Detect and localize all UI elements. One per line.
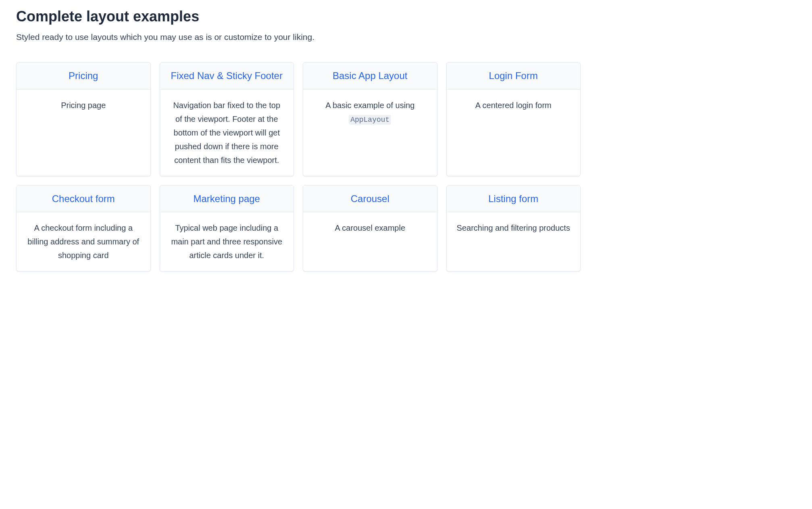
card-grid: Pricing Pricing page Fixed Nav & Sticky … [16, 62, 581, 271]
code-inline-applayout: AppLayout [349, 115, 391, 125]
card-body: Typical web page including a main part a… [160, 212, 294, 271]
card-body: Searching and filtering products [447, 212, 581, 244]
card-carousel: Carousel A carousel example [303, 185, 437, 272]
card-description: A basic example of using [325, 101, 414, 110]
card-header: Checkout form [17, 186, 150, 213]
card-description: Typical web page including a main part a… [171, 223, 282, 260]
card-header: Login Form [447, 63, 581, 90]
card-title-link-fixed-nav[interactable]: Fixed Nav & Sticky Footer [171, 69, 283, 83]
card-body: Navigation bar fixed to the top of the v… [160, 90, 294, 176]
card-title-link-basic-app-layout[interactable]: Basic App Layout [333, 69, 407, 83]
card-description: Searching and filtering products [457, 223, 570, 232]
card-title-link-listing-form[interactable]: Listing form [488, 192, 538, 206]
card-header: Marketing page [160, 186, 294, 213]
card-basic-app-layout: Basic App Layout A basic example of usin… [303, 62, 437, 176]
card-body: Pricing page [17, 90, 150, 121]
card-body: A checkout form including a billing addr… [17, 212, 150, 271]
card-header: Basic App Layout [303, 63, 437, 90]
card-header: Listing form [447, 186, 581, 213]
card-login-form: Login Form A centered login form [446, 62, 581, 176]
card-description: A carousel example [335, 223, 405, 232]
card-title-link-pricing[interactable]: Pricing [69, 69, 98, 83]
card-title-link-login-form[interactable]: Login Form [489, 69, 538, 83]
card-title-link-carousel[interactable]: Carousel [351, 192, 389, 206]
card-header: Carousel [303, 186, 437, 213]
card-header: Pricing [17, 63, 150, 90]
card-body: A centered login form [447, 90, 581, 121]
card-checkout-form: Checkout form A checkout form including … [16, 185, 151, 272]
card-body: A basic example of using AppLayout [303, 90, 437, 135]
page-title: Complete layout examples [16, 8, 796, 25]
card-description: Pricing page [61, 101, 106, 110]
card-title-link-marketing-page[interactable]: Marketing page [194, 192, 260, 206]
card-listing-form: Listing form Searching and filtering pro… [446, 185, 581, 272]
card-header: Fixed Nav & Sticky Footer [160, 63, 294, 90]
card-title-link-checkout-form[interactable]: Checkout form [52, 192, 115, 206]
card-description: A centered login form [475, 101, 552, 110]
card-marketing-page: Marketing page Typical web page includin… [160, 185, 294, 272]
card-description: Navigation bar fixed to the top of the v… [173, 101, 280, 165]
card-pricing: Pricing Pricing page [16, 62, 151, 176]
card-body: A carousel example [303, 212, 437, 244]
card-fixed-nav: Fixed Nav & Sticky Footer Navigation bar… [160, 62, 294, 176]
card-description: A checkout form including a billing addr… [27, 223, 139, 260]
page-subtitle: Styled ready to use layouts which you ma… [16, 32, 796, 42]
